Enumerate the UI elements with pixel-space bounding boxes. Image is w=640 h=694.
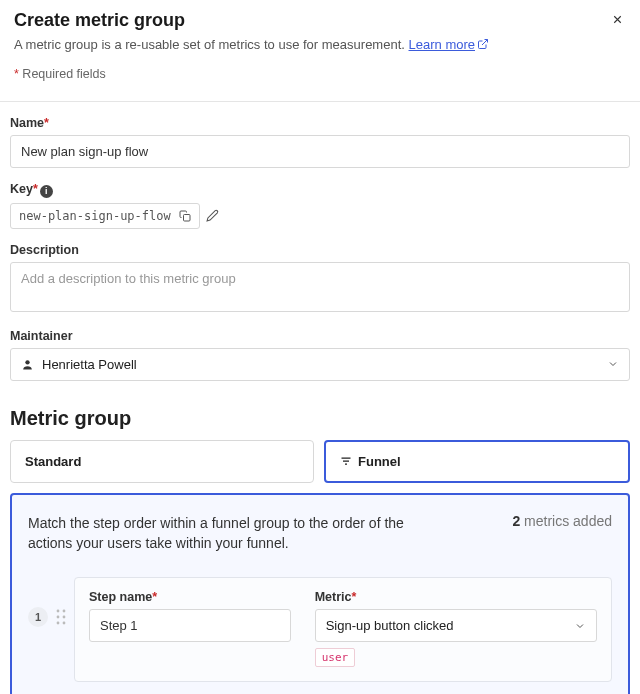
step-name-input[interactable]	[89, 609, 291, 642]
svg-point-7	[63, 622, 66, 625]
svg-rect-0	[183, 214, 190, 221]
description-input[interactable]	[10, 262, 630, 312]
maintainer-select[interactable]: Henrietta Powell	[10, 348, 630, 381]
metric-tag: user	[315, 648, 356, 667]
description-label: Description	[10, 243, 630, 257]
dialog-subtitle: A metric group is a re-usable set of met…	[14, 37, 626, 53]
metrics-added-count: 2 metrics added	[512, 513, 612, 554]
step-number-badge: 1	[28, 607, 48, 627]
required-note: * Required fields	[14, 67, 626, 81]
funnel-step: 1 Step name* Metric* Sign-up button clic…	[28, 577, 612, 682]
learn-more-link[interactable]: Learn more	[409, 37, 475, 52]
svg-point-5	[63, 616, 66, 619]
step-name-label: Step name*	[89, 590, 291, 604]
funnel-panel: Match the step order within a funnel gro…	[10, 493, 630, 695]
section-heading: Metric group	[0, 381, 640, 440]
name-input[interactable]	[10, 135, 630, 168]
copy-icon[interactable]	[179, 210, 191, 222]
dialog-title: Create metric group	[14, 10, 185, 31]
svg-point-1	[25, 360, 29, 364]
svg-point-3	[63, 610, 66, 613]
external-link-icon	[477, 38, 489, 53]
maintainer-label: Maintainer	[10, 329, 630, 343]
svg-point-4	[57, 616, 60, 619]
chevron-down-icon	[607, 358, 619, 370]
drag-handle-icon[interactable]	[56, 609, 66, 628]
chevron-down-icon	[574, 620, 586, 632]
metric-label: Metric*	[315, 590, 597, 604]
svg-point-2	[57, 610, 60, 613]
edit-key-icon[interactable]	[206, 209, 219, 222]
user-icon	[21, 358, 34, 371]
name-label: Name*	[10, 116, 630, 130]
key-value-chip: new-plan-sign-up-flow	[10, 203, 200, 229]
tab-standard[interactable]: Standard	[10, 440, 314, 483]
info-icon[interactable]: i	[40, 185, 53, 198]
key-label: Key*i	[10, 182, 630, 198]
svg-point-6	[57, 622, 60, 625]
tab-funnel[interactable]: Funnel	[324, 440, 630, 483]
close-icon[interactable]	[609, 10, 626, 31]
metric-select[interactable]: Sign-up button clicked	[315, 609, 597, 642]
funnel-helper-text: Match the step order within a funnel gro…	[28, 513, 428, 554]
funnel-icon	[340, 455, 352, 467]
